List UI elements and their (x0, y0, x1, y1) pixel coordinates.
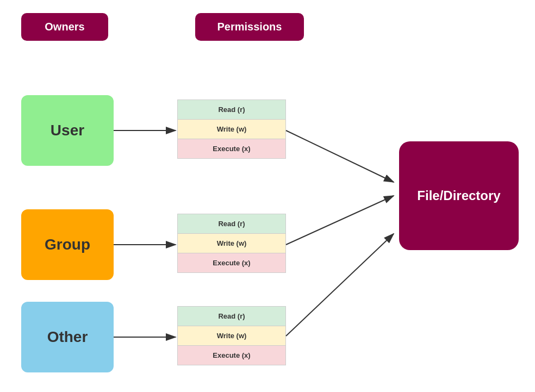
group-execute: Execute (x) (178, 253, 285, 272)
owners-header: Owners (21, 13, 108, 41)
other-write: Write (w) (178, 326, 285, 346)
group-read: Read (r) (178, 214, 285, 234)
svg-line-5 (286, 196, 394, 245)
user-execute-label: Execute (x) (213, 145, 250, 153)
group-execute-label: Execute (x) (213, 259, 250, 267)
other-execute: Execute (x) (178, 346, 285, 365)
other-execute-label: Execute (x) (213, 351, 250, 359)
perm-other-group: Read (r) Write (w) Execute (x) (177, 306, 286, 365)
user-write: Write (w) (178, 120, 285, 139)
other-label: Other (47, 328, 88, 346)
header-row: Owners Permissions (21, 13, 304, 41)
permissions-header: Permissions (195, 13, 304, 41)
other-node: Other (21, 302, 114, 372)
perm-user-group: Read (r) Write (w) Execute (x) (177, 99, 286, 159)
other-read: Read (r) (178, 307, 285, 326)
group-write-label: Write (w) (217, 239, 247, 247)
svg-line-6 (286, 234, 394, 336)
user-node: User (21, 95, 114, 166)
user-write-label: Write (w) (217, 125, 247, 133)
file-directory-label: File/Directory (417, 188, 500, 203)
owners-label: Owners (45, 21, 84, 33)
group-label: Group (45, 236, 90, 253)
file-directory-box: File/Directory (399, 141, 519, 250)
user-read: Read (r) (178, 100, 285, 120)
permissions-label: Permissions (217, 21, 282, 33)
user-execute: Execute (x) (178, 139, 285, 158)
svg-line-4 (286, 130, 394, 182)
group-read-label: Read (r) (218, 220, 245, 228)
group-write: Write (w) (178, 234, 285, 253)
group-node: Group (21, 209, 114, 280)
user-label: User (51, 122, 84, 139)
other-write-label: Write (w) (217, 332, 247, 340)
perm-group-group: Read (r) Write (w) Execute (x) (177, 214, 286, 273)
user-read-label: Read (r) (218, 105, 245, 114)
other-read-label: Read (r) (218, 312, 245, 320)
